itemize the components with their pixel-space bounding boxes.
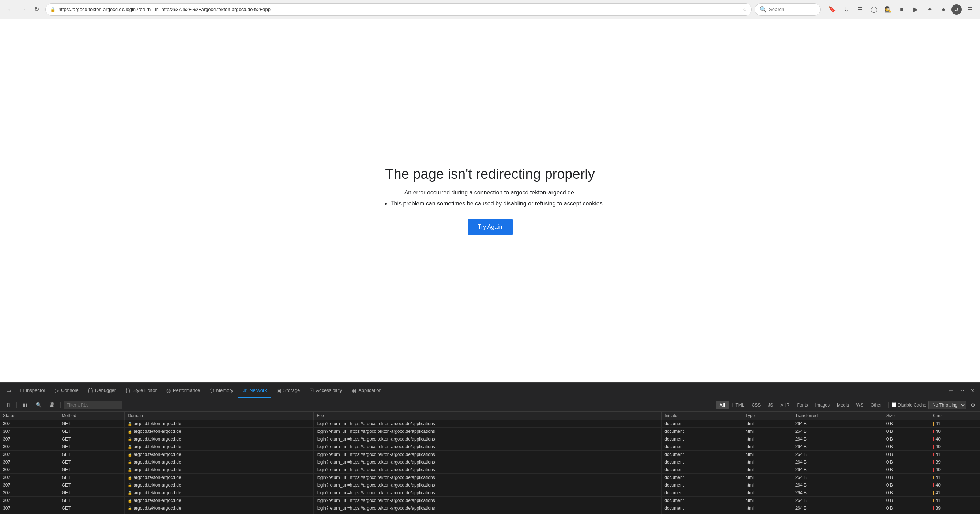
ext-icon2[interactable]: ● [938, 4, 949, 15]
reload-button[interactable]: ↻ [31, 4, 42, 15]
error-title: The page isn't redirecting properly [385, 166, 595, 182]
forward-button[interactable]: → [18, 4, 29, 15]
menu-icon[interactable]: ☰ [964, 4, 975, 15]
nav-buttons: ← → ↻ [5, 4, 42, 15]
browser-toolbar-right: 🔖 ⇓ ☰ ◯ 🕵 ■ ▶ ✦ ● J ☰ [826, 4, 975, 15]
back-button[interactable]: ← [5, 4, 16, 15]
ext-icon1[interactable]: ✦ [924, 4, 935, 15]
pocket-icon[interactable]: 🔖 [826, 4, 838, 15]
search-box[interactable]: 🔍 [755, 3, 821, 16]
search-input[interactable] [769, 6, 813, 12]
spy-icon[interactable]: 🕵 [882, 4, 894, 15]
error-list-item: This problem can sometimes be caused by … [391, 201, 604, 207]
error-list: This problem can sometimes be caused by … [376, 201, 604, 207]
lock-icon: 🔒 [50, 7, 56, 12]
page-content: The page isn't redirecting properly An e… [0, 19, 980, 382]
ublock-icon[interactable]: ■ [896, 4, 908, 15]
address-bar[interactable]: 🔒 https://argocd.tekton-argocd.de/login?… [45, 3, 752, 16]
browser-chrome: ← → ↻ 🔒 https://argocd.tekton-argocd.de/… [0, 0, 980, 19]
downloads-icon[interactable]: ⇓ [840, 4, 852, 15]
error-body: An error occurred during a connection to… [404, 189, 576, 196]
bookmark-icon[interactable]: ☆ [743, 6, 747, 12]
video-icon[interactable]: ▶ [910, 4, 921, 15]
address-url: https://argocd.tekton-argocd.de/login?re… [59, 6, 738, 12]
search-icon: 🔍 [759, 6, 767, 13]
try-again-button[interactable]: Try Again [468, 219, 513, 236]
reader-icon[interactable]: ☰ [854, 4, 866, 15]
avatar[interactable]: J [951, 5, 962, 14]
container-icon[interactable]: ◯ [868, 4, 880, 15]
